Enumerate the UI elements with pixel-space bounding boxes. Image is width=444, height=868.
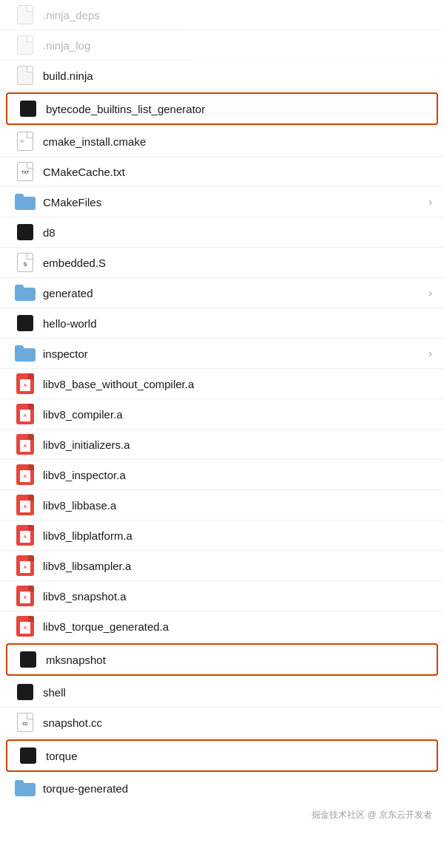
filename: CMakeFiles — [43, 196, 426, 208]
filename: libv8_libbase.a — [43, 499, 432, 512]
file-list: .ninja_deps.ninja_logbuild.ninjabytecode… — [0, 0, 444, 803]
list-item[interactable]: mksnapshot — [6, 643, 438, 676]
list-item[interactable]: CMakeFiles› — [0, 187, 444, 217]
executable-icon — [18, 649, 38, 670]
executable-icon — [15, 222, 36, 243]
text-file-icon — [15, 131, 36, 152]
list-item[interactable]: d8 — [0, 217, 444, 248]
filename: torque — [46, 750, 429, 762]
archive-icon: A — [15, 555, 36, 576]
list-item[interactable]: Alibv8_torque_generated.a — [0, 611, 444, 642]
filename: mksnapshot — [46, 654, 429, 666]
list-item[interactable]: bytecode_builtins_list_generator — [6, 92, 438, 125]
list-item[interactable]: hello-world — [0, 308, 444, 339]
file-icon — [15, 65, 36, 86]
list-item[interactable]: Alibv8_initializers.a — [0, 430, 444, 460]
list-item[interactable]: Alibv8_libbase.a — [0, 490, 444, 521]
list-item[interactable]: Alibv8_libsampler.a — [0, 551, 444, 581]
filename: embedded.S — [43, 257, 432, 269]
archive-icon: A — [15, 404, 36, 424]
s-file-icon: S — [15, 252, 36, 273]
filename: shell — [43, 686, 432, 699]
filename: bytecode_builtins_list_generator — [46, 103, 429, 115]
ninja-file-icon — [15, 4, 36, 25]
archive-icon: A — [15, 616, 36, 637]
filename: libv8_snapshot.a — [43, 590, 432, 603]
archive-icon: A — [15, 434, 36, 455]
filename: hello-world — [43, 317, 432, 330]
cc-file-icon: CC — [15, 712, 36, 733]
chevron-right-icon: › — [428, 196, 432, 208]
list-item[interactable]: shell — [0, 677, 444, 708]
filename: .ninja_log — [43, 39, 432, 52]
archive-icon: A — [15, 586, 36, 606]
list-item[interactable]: inspector› — [0, 339, 444, 369]
archive-icon: A — [15, 373, 36, 394]
txt-file-icon: TXT — [15, 161, 36, 182]
filename: generated — [43, 287, 426, 299]
list-item[interactable]: build.ninja — [0, 61, 444, 91]
filename: libv8_inspector.a — [43, 469, 432, 481]
list-item[interactable]: .ninja_deps — [0, 0, 444, 30]
folder-icon — [15, 343, 36, 364]
filename: libv8_libplatform.a — [43, 529, 432, 542]
list-item[interactable]: CCsnapshot.cc — [0, 708, 444, 738]
archive-icon: A — [15, 464, 36, 485]
list-item[interactable]: generated› — [0, 278, 444, 308]
filename: libv8_libsampler.a — [43, 560, 432, 572]
folder-icon — [15, 191, 36, 212]
archive-icon: A — [15, 495, 36, 515]
filename: build.ninja — [43, 69, 432, 82]
filename: d8 — [43, 226, 432, 239]
executable-icon — [15, 313, 36, 333]
ninja-file-icon — [15, 35, 36, 55]
filename: CMakeCache.txt — [43, 166, 432, 178]
filename: inspector — [43, 347, 426, 360]
list-item[interactable]: Alibv8_snapshot.a — [0, 581, 444, 611]
watermark: 掘金技术社区 @ 京东云开发者 — [0, 803, 444, 827]
folder-icon — [15, 282, 36, 303]
list-item[interactable]: Alibv8_inspector.a — [0, 460, 444, 490]
filename: torque-generated — [43, 782, 432, 795]
chevron-right-icon: › — [428, 347, 432, 359]
chevron-right-icon: › — [428, 287, 432, 299]
list-item[interactable]: TXTCMakeCache.txt — [0, 157, 444, 187]
list-item[interactable]: Sembedded.S — [0, 248, 444, 278]
filename: cmake_install.cmake — [43, 135, 432, 148]
filename: libv8_torque_generated.a — [43, 620, 432, 633]
executable-icon — [15, 682, 36, 702]
executable-icon — [18, 98, 38, 119]
list-item[interactable]: torque-generated — [0, 773, 444, 803]
archive-icon: A — [15, 525, 36, 546]
list-item[interactable]: Alibv8_base_without_compiler.a — [0, 369, 444, 399]
list-item[interactable]: Alibv8_libplatform.a — [0, 521, 444, 551]
filename: snapshot.cc — [43, 716, 432, 729]
filename: libv8_base_without_compiler.a — [43, 378, 432, 390]
filename: libv8_initializers.a — [43, 438, 432, 451]
list-item[interactable]: Alibv8_compiler.a — [0, 399, 444, 430]
folder-icon — [15, 778, 36, 799]
filename: .ninja_deps — [43, 9, 432, 21]
filename: libv8_compiler.a — [43, 408, 432, 421]
list-item[interactable]: torque — [6, 739, 438, 772]
list-item[interactable]: cmake_install.cmake — [0, 126, 444, 157]
list-item[interactable]: .ninja_log — [0, 30, 444, 61]
executable-icon — [18, 745, 38, 766]
